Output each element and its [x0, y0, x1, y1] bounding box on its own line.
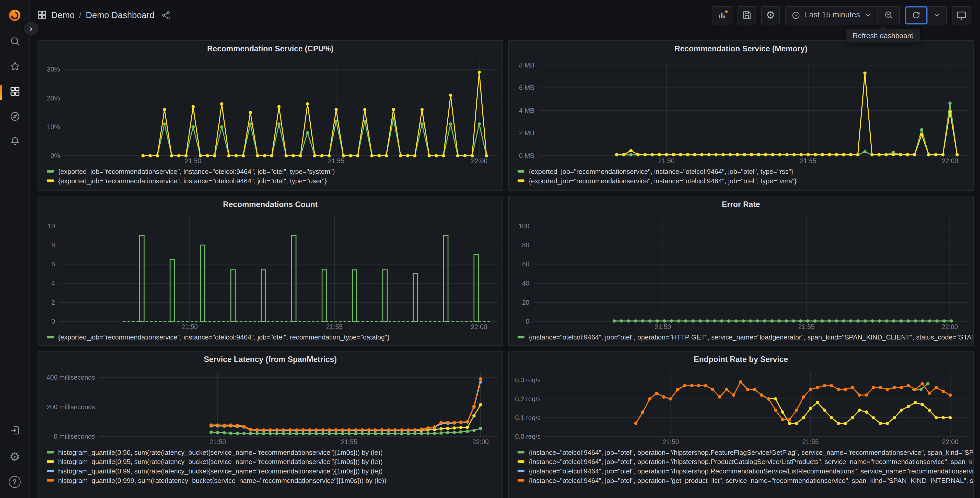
legend: histogram_quantile(0.50, sum(rate(latenc… [38, 445, 503, 498]
sidebar-item-starred[interactable] [0, 55, 29, 80]
share-icon[interactable] [161, 10, 171, 20]
chart-area[interactable]: 21:5021:5522:000246810 [42, 213, 499, 330]
legend-swatch [518, 460, 525, 463]
dashboard-settings-button[interactable]: ⚙ [761, 6, 780, 24]
time-range-label: Last 15 minutes [805, 11, 860, 19]
panel-recommendations-count: Recommendations Count 21:5021:5522:00024… [38, 196, 503, 346]
search-icon [9, 35, 20, 49]
time-range-picker[interactable]: Last 15 minutes [786, 6, 878, 24]
legend-swatch [47, 170, 54, 173]
legend-label: {instance="otelcol:9464", job="otel", op… [529, 334, 973, 341]
legend-label: {exported_job="recommendationservice", i… [529, 168, 793, 175]
svg-text:0 milliseconds: 0 milliseconds [54, 433, 95, 440]
svg-text:0 MB: 0 MB [519, 152, 535, 159]
chevron-down-icon [933, 11, 940, 19]
chart-area[interactable]: 21:5021:5522:000.0 req/s0.1 req/s0.2 req… [512, 368, 969, 445]
legend-label: histogram_quantile(0.95, sum(rate(latenc… [58, 458, 383, 465]
svg-text:30%: 30% [47, 66, 60, 73]
svg-text:22:00: 22:00 [942, 323, 958, 330]
legend-item[interactable]: {exported_job="recommendationservice", i… [47, 177, 502, 184]
sidebar-expand-button[interactable]: › [22, 19, 40, 38]
svg-text:21:55: 21:55 [802, 438, 819, 445]
sidebar-item-help[interactable]: ? [0, 469, 29, 494]
save-icon [741, 10, 752, 20]
legend-item[interactable]: {instance="otelcol:9464", job="otel", op… [518, 458, 973, 465]
legend-item[interactable]: {instance="otelcol:9464", job="otel", op… [518, 467, 973, 474]
panel-title[interactable]: Service Latency (from SpanMetrics) [38, 351, 503, 368]
panel-endpoint-rate: Endpoint Rate by Service 21:5021:5522:00… [508, 351, 974, 498]
sidebar-item-alerting[interactable] [0, 130, 29, 155]
sidebar: ⚙ ? [0, 0, 30, 498]
legend-item[interactable]: {exported_job="recommendationservice", i… [518, 168, 973, 175]
svg-text:21:50: 21:50 [655, 323, 671, 330]
legend-swatch [518, 451, 525, 453]
sidebar-item-dashboards[interactable] [0, 80, 29, 105]
legend-item[interactable]: histogram_quantile(0.99, sum(rate(latenc… [47, 467, 502, 474]
legend-item[interactable]: {instance="otelcol:9464", job="otel", op… [518, 334, 973, 341]
legend-label: {exported_job="recommendationservice", i… [529, 177, 797, 184]
chart-area[interactable]: 21:5021:5522:000 MB2 MB4 MB6 MB8 MB [512, 57, 969, 164]
sidebar-item-explore[interactable] [0, 105, 29, 130]
legend-label: {instance="otelcol:9464", job="otel", op… [529, 458, 973, 465]
legend-swatch [47, 336, 54, 338]
legend-swatch [518, 336, 525, 338]
legend-item[interactable]: {exported_job="recommendationservice", i… [47, 334, 502, 341]
legend-swatch [47, 469, 54, 472]
refresh-icon [911, 10, 921, 20]
svg-text:21:55: 21:55 [328, 158, 344, 164]
panel-recommendation-memory: Recommendation Service (Memory) 21:5021:… [508, 40, 974, 191]
panel-title[interactable]: Recommendations Count [38, 196, 503, 213]
legend-swatch [47, 479, 54, 482]
legend: {instance="otelcol:9464", job="otel", op… [509, 445, 973, 498]
panel-title[interactable]: Recommendation Service (CPU%) [38, 41, 503, 57]
breadcrumb-folder[interactable]: Demo [51, 10, 75, 20]
cycle-view-mode-button[interactable] [952, 6, 971, 24]
panel-service-latency: Service Latency (from SpanMetrics) 21:50… [38, 351, 503, 498]
panel-title[interactable]: Endpoint Rate by Service [509, 351, 973, 368]
legend-item[interactable]: {instance="otelcol:9464", job="otel", op… [518, 477, 973, 484]
zoom-out-time-button[interactable] [878, 6, 899, 24]
sidebar-item-sign-in[interactable] [0, 419, 29, 444]
svg-text:22:00: 22:00 [942, 438, 958, 445]
panel-title[interactable]: Recommendation Service (Memory) [509, 41, 973, 57]
chart-area[interactable]: 21:5021:5522:000 milliseconds200 millise… [42, 368, 499, 445]
add-panel-button[interactable] [712, 6, 732, 24]
svg-text:21:50: 21:50 [181, 323, 198, 330]
legend-swatch [518, 479, 525, 482]
bell-icon [9, 136, 20, 150]
panel-title[interactable]: Error Rate [509, 196, 973, 213]
legend-label: histogram_quantile(0.999, sum(rate(laten… [58, 477, 387, 484]
svg-text:20: 20 [522, 299, 530, 306]
legend-item[interactable]: histogram_quantile(0.95, sum(rate(latenc… [47, 458, 502, 465]
panel-recommendation-cpu: Recommendation Service (CPU%) 21:5021:55… [38, 40, 503, 191]
svg-text:4 MB: 4 MB [519, 107, 535, 114]
save-dashboard-button[interactable] [737, 6, 756, 24]
svg-text:22:00: 22:00 [471, 323, 487, 330]
legend-item[interactable]: {instance="otelcol:9464", job="otel", op… [518, 449, 973, 456]
breadcrumb-dashboard-title[interactable]: Demo Dashboard [86, 10, 154, 20]
legend-item[interactable]: {exported_job="recommendationservice", i… [518, 177, 973, 184]
chart-canvas: 21:5021:5522:000 milliseconds200 millise… [42, 368, 499, 445]
legend-label: {instance="otelcol:9464", job="otel", op… [529, 449, 973, 456]
legend-item[interactable]: {exported_job="recommendationservice", i… [47, 168, 502, 175]
chart-area[interactable]: 21:5021:5522:000%10%20%30% [42, 57, 499, 164]
svg-text:21:55: 21:55 [326, 323, 343, 330]
legend-item[interactable]: histogram_quantile(0.50, sum(rate(latenc… [47, 449, 502, 456]
legend-item[interactable]: histogram_quantile(0.999, sum(rate(laten… [47, 477, 502, 484]
chart-canvas: 21:5021:5522:000246810 [42, 213, 499, 330]
svg-text:21:50: 21:50 [662, 438, 679, 445]
svg-text:200 milliseconds: 200 milliseconds [46, 404, 95, 410]
chart-area[interactable]: 21:5021:5522:00020406080100 [512, 213, 969, 330]
sidebar-item-configuration[interactable]: ⚙ [0, 444, 29, 469]
refresh-dashboard-button[interactable] [906, 6, 927, 24]
legend: {exported_job="recommendationservice", i… [509, 164, 973, 190]
svg-text:40: 40 [522, 280, 530, 287]
sidebar-bottom: ⚙ ? [0, 419, 29, 494]
legend-label: {exported_job="recommendationservice", i… [58, 168, 335, 175]
refresh-interval-dropdown[interactable] [927, 6, 946, 24]
add-panel-icon [717, 10, 728, 21]
dashboards-grid-icon [9, 86, 20, 99]
refresh-tooltip: Refresh dashboard [846, 29, 920, 43]
legend-swatch [47, 179, 54, 182]
legend-label: histogram_quantile(0.50, sum(rate(latenc… [58, 449, 383, 456]
